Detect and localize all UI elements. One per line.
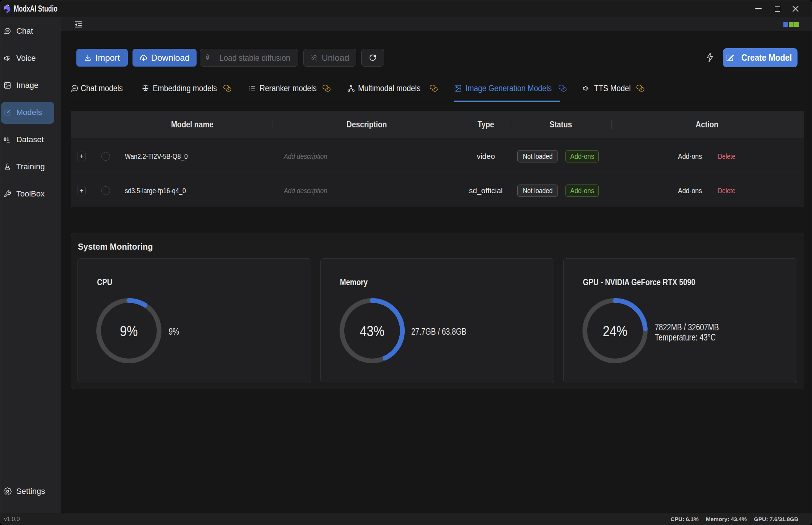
svg-text:01: 01 [4, 137, 9, 142]
